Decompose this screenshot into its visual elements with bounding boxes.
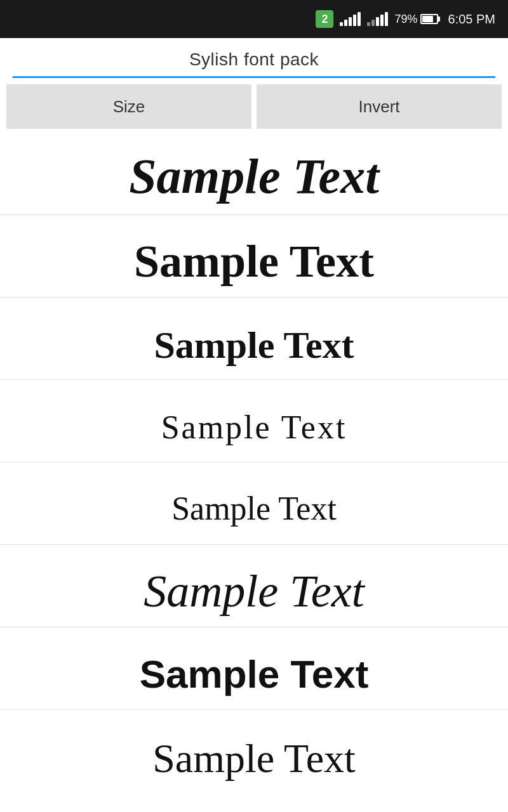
signal-strength-icon (340, 12, 361, 26)
status-bar: 2 79% 6:05 PM (0, 0, 508, 38)
font-sample-1-svg: Sample Text (51, 142, 457, 206)
svg-text:Sample Text: Sample Text (152, 736, 356, 781)
font-sample-4-svg: Sample Text (38, 393, 470, 450)
controls-row: Size Invert (0, 81, 508, 133)
title-underline (13, 76, 495, 78)
svg-text:Sample Text: Sample Text (134, 236, 374, 287)
font-sample-3-svg: Sample Text (51, 308, 457, 369)
svg-text:Sample Text: Sample Text (171, 490, 337, 527)
font-sample-8-svg: Sample Text (51, 716, 457, 786)
font-item-1[interactable]: Sample Text (0, 133, 508, 215)
status-time: 6:05 PM (448, 12, 495, 27)
font-sample-7-svg: Sample Text (38, 637, 470, 700)
font-item-6[interactable]: Sample Text (0, 545, 508, 627)
svg-text:Sample Text: Sample Text (129, 148, 380, 204)
font-item-8[interactable]: Sample Text (0, 710, 508, 792)
font-item-7[interactable]: Sample Text (0, 627, 508, 710)
font-sample-6-svg: Sample Text (51, 553, 457, 619)
font-item-4[interactable]: Sample Text (0, 380, 508, 462)
second-signal-icon (367, 12, 388, 26)
invert-button[interactable]: Invert (257, 84, 502, 129)
font-list: Sample Text Sample Text Sample Text Samp… (0, 133, 508, 792)
battery-icon (420, 14, 438, 24)
svg-text:Sample Text: Sample Text (140, 652, 369, 696)
svg-text:Sample Text: Sample Text (144, 566, 365, 617)
font-item-2[interactable]: Sample Text (0, 215, 508, 298)
notification-badge: 2 (316, 10, 333, 28)
svg-text:Sample  Text: Sample Text (161, 409, 347, 445)
app-header: Sylish font pack (0, 38, 508, 78)
font-sample-5-svg: Sample Text (51, 476, 457, 530)
font-sample-2-svg: Sample Text (51, 225, 457, 288)
font-item-5[interactable]: Sample Text (0, 462, 508, 545)
svg-text:Sample Text: Sample Text (154, 324, 354, 366)
battery-percentage: 79% (394, 13, 417, 26)
battery-indicator: 79% (394, 13, 438, 26)
size-button[interactable]: Size (6, 84, 251, 129)
app-title: Sylish font pack (189, 49, 319, 76)
font-item-3[interactable]: Sample Text (0, 298, 508, 380)
